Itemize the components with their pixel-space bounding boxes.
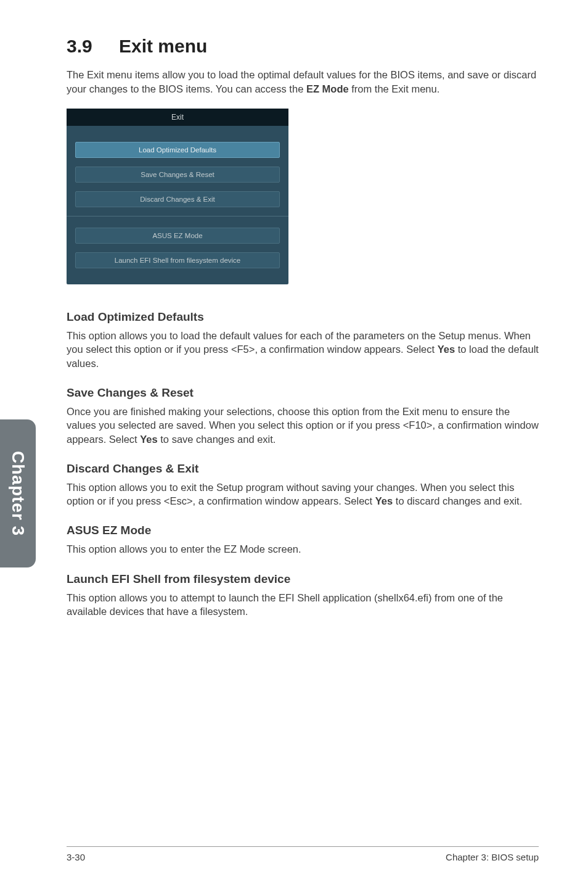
discard-exit-heading: Discard Changes & Exit [67, 462, 539, 476]
section-title: Exit menu [119, 36, 207, 56]
bios-efi-shell-button[interactable]: Launch EFI Shell from filesystem device [75, 252, 280, 268]
bios-panel-title: Exit [67, 109, 288, 126]
page-content: 3.9Exit menu The Exit menu items allow y… [0, 0, 588, 618]
ez-mode-body: This option allows you to enter the EZ M… [67, 542, 539, 556]
efi-shell-heading: Launch EFI Shell from filesystem device [67, 572, 539, 586]
intro-paragraph: The Exit menu items allow you to load th… [67, 68, 539, 96]
save-reset-heading: Save Changes & Reset [67, 386, 539, 400]
bios-ez-mode-button[interactable]: ASUS EZ Mode [75, 228, 280, 244]
discard-exit-body: This option allows you to exit the Setup… [67, 481, 539, 508]
load-defaults-heading: Load Optimized Defaults [67, 310, 539, 324]
bios-discard-exit-button[interactable]: Discard Changes & Exit [75, 191, 280, 207]
chapter-side-label: Chapter 3 [8, 451, 28, 536]
chapter-side-tab: Chapter 3 [0, 419, 36, 567]
page-title: 3.9Exit menu [67, 36, 539, 57]
load-defaults-body: This option allows you to load the defau… [67, 329, 539, 370]
bios-save-reset-button[interactable]: Save Changes & Reset [75, 167, 280, 183]
bios-load-defaults-button[interactable]: Load Optimized Defaults [75, 142, 280, 158]
ez-mode-heading: ASUS EZ Mode [67, 524, 539, 537]
page-footer: 3-30 Chapter 3: BIOS setup [67, 846, 539, 862]
footer-chapter-label: Chapter 3: BIOS setup [446, 852, 539, 862]
page-number: 3-30 [67, 852, 85, 862]
section-number: 3.9 [67, 36, 119, 57]
efi-shell-body: This option allows you to attempt to lau… [67, 591, 539, 619]
bios-exit-panel: Exit Load Optimized Defaults Save Change… [67, 109, 288, 284]
save-reset-body: Once you are finished making your select… [67, 405, 539, 446]
bios-divider [67, 216, 288, 217]
